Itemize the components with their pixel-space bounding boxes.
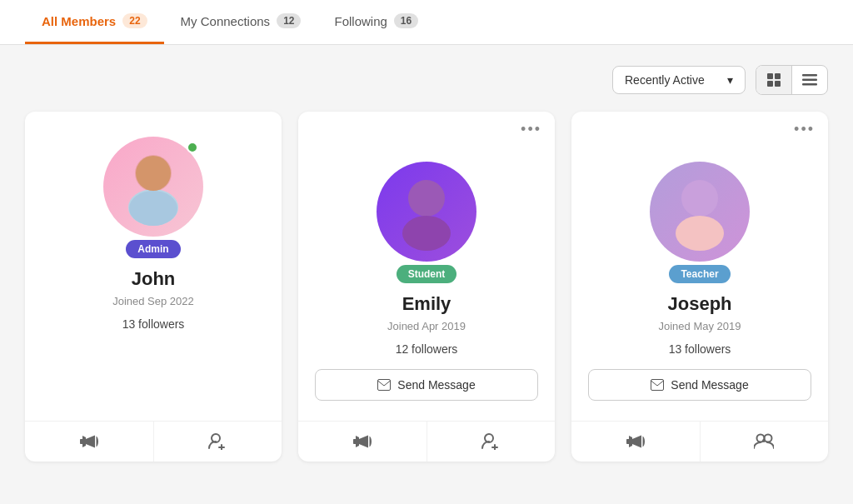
envelope-icon <box>377 379 391 391</box>
member-name-emily: Emily <box>402 293 451 315</box>
svg-point-13 <box>402 216 451 251</box>
svg-rect-5 <box>802 79 817 82</box>
tab-my-connections-label: My Connections <box>181 14 271 28</box>
svg-rect-18 <box>651 380 664 391</box>
connections-icon <box>754 433 774 450</box>
tab-following-label: Following <box>334 14 387 28</box>
avatar-wrapper-joseph <box>650 162 750 262</box>
list-icon <box>802 74 817 86</box>
send-message-label-emily: Send Message <box>397 378 475 392</box>
card-menu-button-joseph[interactable]: ••• <box>794 122 815 137</box>
member-joined-emily: Joined Apr 2019 <box>387 320 466 332</box>
tab-my-connections-badge: 12 <box>277 13 301 28</box>
card-footer-emily <box>298 421 555 462</box>
card-menu-joseph: ••• <box>571 112 828 137</box>
svg-point-10 <box>129 191 177 226</box>
page-wrapper: All Members 22 My Connections 12 Followi… <box>0 0 853 504</box>
megaphone-button-joseph[interactable] <box>571 422 701 462</box>
view-toggle <box>756 65 828 95</box>
avatar-wrapper-emily <box>377 162 476 262</box>
follow-button-john[interactable] <box>154 422 282 462</box>
avatar-wrapper-john <box>103 137 203 237</box>
member-followers-emily: 12 followers <box>396 342 458 356</box>
svg-rect-2 <box>767 81 773 87</box>
follow-icon-emily <box>481 433 500 450</box>
role-badge-john: Admin <box>126 240 180 258</box>
svg-point-9 <box>136 156 171 191</box>
card-menu-emily: ••• <box>298 112 555 137</box>
member-card-joseph: ••• Teacher Joseph Joined May 2019 13 fo… <box>571 112 828 462</box>
megaphone-icon-joseph <box>626 433 645 450</box>
send-message-button-joseph[interactable]: Send Message <box>588 369 811 401</box>
connections-button-joseph[interactable] <box>701 422 829 462</box>
role-badge-joseph: Teacher <box>669 265 730 283</box>
svg-point-17 <box>676 216 724 251</box>
grid-view-button[interactable] <box>756 66 792 94</box>
svg-rect-0 <box>767 73 773 79</box>
avatar-joseph <box>650 162 750 262</box>
member-followers-john: 13 followers <box>122 317 185 331</box>
tab-all-members-badge: 22 <box>122 13 147 28</box>
tab-all-members[interactable]: All Members 22 <box>25 0 164 44</box>
svg-rect-6 <box>802 83 817 86</box>
sort-dropdown[interactable]: Recently Active ▾ <box>612 66 746 94</box>
megaphone-button-john[interactable] <box>25 422 154 462</box>
send-message-button-emily[interactable]: Send Message <box>315 369 538 401</box>
list-view-button[interactable] <box>792 66 827 94</box>
tab-my-connections[interactable]: My Connections 12 <box>164 0 318 44</box>
tab-following-badge: 16 <box>394 13 418 28</box>
svg-rect-14 <box>378 380 391 391</box>
follow-icon <box>208 433 227 450</box>
card-footer-john <box>25 421 282 462</box>
sort-dropdown-label: Recently Active <box>625 73 705 87</box>
member-joined-joseph: Joined May 2019 <box>658 320 741 332</box>
cards-grid: Admin John Joined Sep 2022 13 followers <box>25 112 828 462</box>
card-footer-joseph <box>571 421 828 462</box>
member-name-john: John <box>132 268 176 290</box>
megaphone-button-emily[interactable] <box>298 422 427 462</box>
card-menu-button-emily[interactable]: ••• <box>521 122 541 137</box>
avatar-image-joseph <box>650 162 750 262</box>
follow-button-emily[interactable] <box>427 422 556 462</box>
svg-rect-4 <box>802 74 817 77</box>
svg-rect-1 <box>775 73 781 79</box>
card-body-john: Admin John Joined Sep 2022 13 followers <box>25 112 282 421</box>
grid-icon <box>766 72 781 87</box>
tab-following[interactable]: Following 16 <box>317 0 435 44</box>
role-badge-emily: Student <box>397 265 457 283</box>
avatar-emily <box>377 162 476 262</box>
toolbar: Recently Active ▾ <box>25 65 828 95</box>
megaphone-icon-emily <box>353 433 372 450</box>
card-body-joseph: Teacher Joseph Joined May 2019 13 follow… <box>571 137 828 421</box>
member-followers-joseph: 13 followers <box>669 342 731 356</box>
member-name-joseph: Joseph <box>667 293 731 315</box>
member-card-john: Admin John Joined Sep 2022 13 followers <box>25 112 282 462</box>
chevron-down-icon: ▾ <box>727 73 733 87</box>
card-body-emily: Student Emily Joined Apr 2019 12 followe… <box>298 137 555 421</box>
svg-point-21 <box>762 439 766 442</box>
svg-point-16 <box>681 180 718 217</box>
member-card-emily: ••• Student Emily Joined Apr 2019 12 fol… <box>298 112 555 462</box>
member-joined-john: Joined Sep 2022 <box>112 295 194 307</box>
svg-rect-3 <box>775 81 781 87</box>
tab-all-members-label: All Members <box>42 14 116 28</box>
avatar-image-emily <box>377 162 476 262</box>
tabs-bar: All Members 22 My Connections 12 Followi… <box>0 0 853 45</box>
online-indicator-john <box>187 142 198 153</box>
envelope-icon-joseph <box>651 379 664 391</box>
send-message-label-joseph: Send Message <box>671 378 748 392</box>
megaphone-icon <box>80 433 98 450</box>
svg-point-12 <box>408 180 445 217</box>
